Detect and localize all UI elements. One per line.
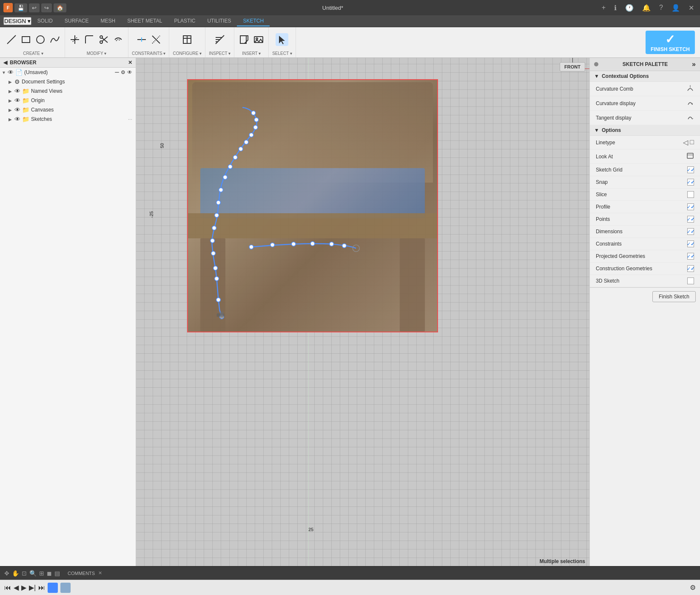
browser-collapse-icon[interactable]: ◀: [3, 60, 7, 66]
palette-row-3d-sketch: 3D Sketch: [590, 275, 700, 287]
options-header[interactable]: ▼ Options: [590, 125, 700, 136]
clock-button[interactable]: 🕐: [623, 3, 636, 13]
tree-expand-named-views[interactable]: ▶: [9, 89, 14, 94]
spline-tool-button[interactable]: [48, 33, 61, 46]
look-at-label: Look At: [596, 154, 686, 160]
dimensions-checkbox[interactable]: ✓: [687, 228, 694, 235]
timeline-thumb-2[interactable]: [60, 583, 71, 593]
svg-point-23: [256, 38, 258, 40]
browser-close-icon[interactable]: ✕: [128, 60, 132, 66]
tab-sketch[interactable]: SKETCH: [237, 16, 270, 26]
tree-item-named-views[interactable]: ▶ 👁 📁 Named Views: [0, 86, 136, 96]
configure-button[interactable]: [181, 33, 193, 46]
environment-icon[interactable]: ▤: [54, 570, 60, 577]
line-tool-button[interactable]: [5, 33, 18, 46]
display-mode-icon[interactable]: ◼: [47, 570, 52, 577]
hand-icon[interactable]: ✋: [12, 570, 19, 577]
tree-expand-doc-settings[interactable]: ▶: [9, 80, 14, 84]
contextual-options-header[interactable]: ▼ Contextual Options: [590, 71, 700, 82]
play-prev-button[interactable]: ◀: [14, 584, 19, 592]
look-at-icon[interactable]: [686, 152, 694, 161]
zoom-icon[interactable]: 🔍: [29, 570, 37, 577]
tree-settings-icon[interactable]: ⚙: [121, 69, 125, 75]
circle-tool-button[interactable]: [34, 33, 47, 46]
insert-image-button[interactable]: [252, 33, 265, 46]
play-next-button[interactable]: ▶|: [29, 584, 36, 592]
grid-icon[interactable]: ⊞: [39, 570, 44, 577]
contextual-options-arrow: ▼: [594, 73, 599, 79]
points-checkbox[interactable]: ✓: [687, 216, 694, 223]
tangent-display-icon[interactable]: [686, 113, 694, 122]
construction-geom-checkbox[interactable]: ✓: [687, 265, 694, 272]
play-play-button[interactable]: ▶: [21, 584, 26, 592]
sketch-grid-checkbox[interactable]: ✓: [687, 166, 694, 173]
insert-button[interactable]: [238, 33, 250, 46]
info-button[interactable]: ℹ: [612, 3, 619, 13]
redo-button[interactable]: ↪: [41, 3, 52, 12]
constraint-vertical-button[interactable]: [150, 33, 162, 46]
finish-sketch-palette-button[interactable]: Finish Sketch: [652, 291, 696, 302]
svg-rect-55: [687, 153, 693, 158]
user-button[interactable]: 👤: [669, 3, 683, 13]
tree-item-origin[interactable]: ▶ 👁 📁 Origin: [0, 96, 136, 105]
tree-item-sketches[interactable]: ▶ 👁 📁 Sketches ···: [0, 114, 136, 124]
timeline-thumb-1[interactable]: [48, 583, 58, 593]
tree-item-root[interactable]: ▼ 👁 📄 (Unsaved) ⚙ 👁: [0, 68, 136, 77]
tree-expand-origin[interactable]: ▶: [9, 98, 14, 103]
3d-sketch-checkbox[interactable]: [687, 277, 694, 284]
tree-item-canvases[interactable]: ▶ 👁 📁 Canvases: [0, 105, 136, 114]
constraint-horizontal-button[interactable]: [135, 33, 148, 46]
close-button[interactable]: ✕: [686, 3, 697, 13]
snap-checkbox[interactable]: ✓: [687, 179, 694, 186]
tab-solid[interactable]: SOLID: [31, 16, 59, 26]
rectangle-tool-button[interactable]: [20, 33, 32, 46]
tree-expand-root[interactable]: ▼: [2, 70, 8, 75]
tab-surface[interactable]: SURFACE: [59, 16, 95, 26]
tab-utilities[interactable]: UTILITIES: [201, 16, 237, 26]
tab-plastic[interactable]: PLASTIC: [168, 16, 201, 26]
zoom-fit-icon[interactable]: ⊡: [22, 570, 27, 577]
linetype-right-icon[interactable]: □: [690, 138, 694, 146]
new-tab-button[interactable]: +: [599, 3, 608, 12]
slice-checkbox[interactable]: [687, 191, 694, 198]
toolbar-tabs: DESIGN ▾ SOLID SURFACE MESH SHEET METAL …: [0, 15, 700, 27]
home-button[interactable]: 🏠: [54, 3, 66, 12]
dimensions-label: Dimensions: [596, 229, 687, 235]
play-start-button[interactable]: ⏮: [4, 584, 11, 592]
curvature-comb-icon[interactable]: [686, 84, 694, 93]
modify-offset-button[interactable]: [112, 33, 125, 46]
settings-button[interactable]: ⚙: [690, 584, 696, 592]
view-cube[interactable]: Z X FRONT: [560, 62, 585, 72]
projected-geom-checkbox[interactable]: ✓: [687, 253, 694, 260]
modify-scissors-button[interactable]: [97, 33, 110, 46]
linetype-left-icon[interactable]: ◁: [683, 138, 688, 146]
undo-button[interactable]: ↩: [29, 3, 40, 12]
tab-sheet-metal[interactable]: SHEET METAL: [121, 16, 168, 26]
modify-trim-button[interactable]: [68, 33, 81, 46]
inspect-measure-button[interactable]: [213, 33, 226, 46]
sketch-grid-label: Sketch Grid: [596, 167, 687, 173]
save-button[interactable]: 💾: [14, 3, 27, 12]
palette-expand-icon[interactable]: »: [692, 60, 696, 68]
tab-mesh[interactable]: MESH: [95, 16, 122, 26]
profile-checkbox[interactable]: ✓: [687, 203, 694, 210]
help-button[interactable]: ?: [657, 3, 666, 12]
select-button[interactable]: [276, 33, 288, 46]
toolbar-group-select: SELECT ▾: [269, 27, 296, 57]
constraints-checkbox[interactable]: ✓: [687, 240, 694, 247]
tree-expand-sketches[interactable]: ▶: [9, 117, 14, 122]
curvature-display-icon[interactable]: [686, 99, 694, 108]
comments-label: COMMENTS: [68, 571, 95, 576]
modify-fillet-button[interactable]: [83, 33, 96, 46]
pan-icon[interactable]: ✥: [4, 570, 9, 577]
comments-close-icon[interactable]: ✕: [98, 570, 102, 576]
finish-sketch-button[interactable]: ✓ FINISH SKETCH: [646, 31, 695, 54]
tree-item-doc-settings[interactable]: ▶ ⚙ Document Settings: [0, 77, 136, 86]
finish-sketch-bottom: Finish Sketch: [590, 287, 700, 306]
design-dropdown[interactable]: DESIGN ▾: [3, 17, 31, 25]
bell-button[interactable]: 🔔: [640, 3, 653, 13]
play-end-button[interactable]: ⏭: [38, 584, 45, 592]
canvas-area[interactable]: 50 -25 25: [136, 58, 589, 566]
tree-visible-icon[interactable]: 👁: [127, 69, 132, 75]
tree-expand-canvases[interactable]: ▶: [9, 108, 14, 112]
